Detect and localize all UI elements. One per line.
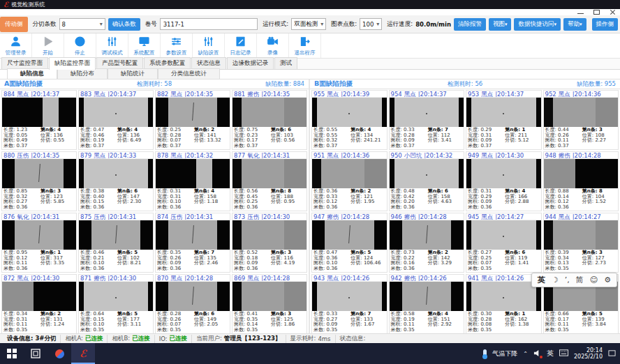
defect-image[interactable] xyxy=(312,220,387,250)
toolbar-button-sliders-v[interactable]: 缺陷设置 xyxy=(193,33,225,58)
toolbar-button-stop[interactable]: 停止 xyxy=(64,33,96,58)
language-indicator[interactable]: 英 xyxy=(547,349,554,358)
view-menu-button[interactable]: 视图 xyxy=(489,18,512,31)
notification-center-icon[interactable] xyxy=(608,349,616,358)
help-menu-button[interactable]: 帮助 xyxy=(563,18,586,31)
defect-cell[interactable]: 948擦伤|20:14:28长度: 0.88宽度: 0.14面积: 0.12米数… xyxy=(543,151,619,211)
defect-cell[interactable]: 944黑点|20:14:27长度: 0.39宽度: 0.34面积: 0.13米数… xyxy=(543,213,619,273)
hidden-icons-chevron-icon[interactable]: ⌃ xyxy=(523,351,528,357)
ime-simplified-toggle[interactable]: 简 xyxy=(576,275,584,285)
defect-cell[interactable]: 883黑点|20:14:37长度: 0.47宽度: 0.46面积: 0.19米数… xyxy=(78,90,154,150)
defect-cell[interactable]: 874压伤|20:14:31长度: 0.35宽度: 0.26面积: 0.09米数… xyxy=(155,213,230,273)
defect-image[interactable] xyxy=(156,159,230,188)
defect-image[interactable] xyxy=(466,98,541,127)
defect-image[interactable] xyxy=(232,220,307,250)
defect-image[interactable] xyxy=(466,282,541,311)
toolbar-button-exit[interactable]: 退出程序 xyxy=(289,33,321,58)
defect-cell[interactable]: 953黑点|20:14:37长度: 0.29宽度: 0.31面积: 0.09米数… xyxy=(466,90,542,150)
defect-image[interactable] xyxy=(466,220,541,250)
drive-side-button[interactable]: 传动侧 xyxy=(0,17,28,32)
defect-image[interactable] xyxy=(390,159,464,188)
main-tab-1[interactable]: 缺陷监控界面 xyxy=(49,57,96,70)
defect-image[interactable] xyxy=(232,98,307,127)
defect-image[interactable] xyxy=(79,159,153,188)
taskbar-clock[interactable]: 20:14 2025/2/10 xyxy=(574,347,603,360)
toolbar-button-play[interactable]: 开始 xyxy=(32,33,64,58)
toolbar-button-camera[interactable]: 录像 xyxy=(257,33,289,58)
toolbar-button-log[interactable]: 日志记录 xyxy=(225,33,257,58)
defect-cell[interactable]: 943黑点|20:14:26长度: 0.33宽度: 0.27面积: 0.09米数… xyxy=(311,274,388,333)
defect-cell[interactable]: 881擦伤|20:14:35长度: 0.75宽度: 0.23面积: 0.17米数… xyxy=(232,90,307,150)
confirm-strips-button[interactable]: 确认条数 xyxy=(108,18,140,31)
defect-image[interactable] xyxy=(79,282,153,311)
defect-cell[interactable]: 876氧化|20:14:31长度: 0.95宽度: 0.12面积: 0.11米数… xyxy=(1,213,77,273)
browser-app-icon[interactable] xyxy=(47,343,71,364)
defect-image[interactable] xyxy=(232,282,307,311)
main-tab-2[interactable]: 产品型号配置 xyxy=(96,57,143,69)
task-view-icon[interactable] xyxy=(24,343,47,364)
defect-cell[interactable]: 941黑点|20:14:26长度: 0.30宽度: 0.28面积: 0.08米数… xyxy=(466,274,542,333)
defect-cell[interactable]: 950小凹坑|20:14:32长度: 0.48宽度: 0.42面积: 0.20米… xyxy=(389,151,465,211)
defect-image[interactable] xyxy=(312,282,387,311)
defect-image[interactable] xyxy=(312,98,387,127)
sub-tab-2[interactable]: 缺陷统计 xyxy=(108,68,158,79)
defect-image[interactable] xyxy=(2,98,76,127)
defect-image[interactable] xyxy=(156,220,230,250)
defect-cell[interactable]: 877氧化|20:14:31长度: 0.56宽度: 0.45面积: 0.25米数… xyxy=(232,151,307,211)
defect-cell[interactable]: 875压伤|20:14:31长度: 0.46宽度: 0.21面积: 0.10米数… xyxy=(78,213,154,273)
defect-cell[interactable]: 871擦伤|20:14:30长度: 0.64宽度: 0.15面积: 0.10米数… xyxy=(78,274,154,333)
ime-settings-gear-icon[interactable]: ⚙ xyxy=(604,275,611,285)
defect-cell[interactable]: 884黑点|20:14:37长度: 1.23宽度: 0.05面积: 0.49米数… xyxy=(1,90,77,150)
defect-cell[interactable]: 882黑点|20:14:35长度: 0.25宽度: 0.28面积: 0.07米数… xyxy=(155,90,230,150)
clear-alarm-button[interactable]: 清除报警 xyxy=(454,18,486,31)
defect-cell[interactable]: 949黑点|20:14:30长度: 0.31宽度: 0.29面积: 0.09米数… xyxy=(466,151,542,211)
sub-tab-0[interactable]: 缺陷信息 xyxy=(7,68,57,79)
ime-lang-toggle[interactable]: 英 xyxy=(538,275,545,285)
roll-number-input[interactable]: 3117-1 xyxy=(160,18,258,30)
toolbar-button-sliders-v[interactable]: 调试模式 xyxy=(96,33,128,58)
main-tab-0[interactable]: 尺寸监控界面 xyxy=(1,57,48,69)
defect-image[interactable] xyxy=(390,220,464,250)
defect-cell[interactable]: 951黑点|20:14:36长度: 0.36宽度: 0.33面积: 0.12米数… xyxy=(311,151,388,211)
defect-cell[interactable]: 873压伤|20:14:30长度: 0.52宽度: 0.18面积: 0.09米数… xyxy=(232,213,307,273)
defect-image[interactable] xyxy=(390,282,464,311)
touch-keyboard-icon[interactable] xyxy=(559,349,568,358)
defect-cell[interactable]: 872黑点|20:14:30长度: 0.34宽度: 0.31面积: 0.11米数… xyxy=(1,274,77,333)
defect-cell[interactable]: 869黑点|20:14:28长度: 0.41宽度: 0.35面积: 0.14米数… xyxy=(232,274,307,333)
strips-select[interactable]: 8 xyxy=(59,18,105,30)
defect-image[interactable] xyxy=(312,159,387,188)
quick-data-menu-button[interactable]: 数据快捷访问 xyxy=(514,18,561,31)
defect-image[interactable] xyxy=(79,98,153,127)
defect-cell[interactable]: 947擦伤|20:14:28长度: 0.47宽度: 0.36面积: 0.10米数… xyxy=(311,213,388,273)
start-button-icon[interactable] xyxy=(0,343,24,364)
defect-cell[interactable]: 945黑点|20:14:27长度: 0.27宽度: 0.25面积: 0.07米数… xyxy=(466,213,542,273)
defect-cell[interactable]: 952黑点|20:14:36长度: 0.44宽度: 0.26面积: 0.11米数… xyxy=(543,90,619,150)
ime-emoji-icon[interactable]: ☺ xyxy=(590,275,598,285)
sub-tab-3[interactable]: 分类信息统计 xyxy=(158,68,220,79)
defect-cell[interactable]: 955黑点|20:14:39长度: 0.55宽度: 0.55面积: 0.32米数… xyxy=(311,90,388,150)
defect-cell[interactable]: 880压伤|20:14:35长度: 0.85宽度: 0.32面积: 0.27米数… xyxy=(1,151,77,211)
main-tab-5[interactable]: 边缘数据记录 xyxy=(227,57,274,69)
main-tab-3[interactable]: 系统参数配置 xyxy=(144,57,191,69)
toolbar-button-sliders-h[interactable]: 参数设置 xyxy=(161,33,193,58)
close-button-icon[interactable] xyxy=(610,10,616,15)
defect-image[interactable] xyxy=(156,98,230,127)
defect-image[interactable] xyxy=(544,98,619,127)
toolbar-button-user[interactable]: 管理登录 xyxy=(0,33,32,58)
toolbar-button-monitor[interactable]: 系统配置 xyxy=(128,33,161,58)
defect-image[interactable] xyxy=(544,159,619,188)
main-tab-6[interactable]: 测试 xyxy=(274,57,297,69)
ime-moon-icon[interactable]: ☽ xyxy=(552,275,559,285)
defect-image[interactable] xyxy=(156,282,230,311)
defect-cell[interactable]: 942擦伤|20:14:26长度: 0.58宽度: 0.19面积: 0.11米数… xyxy=(389,274,465,333)
defect-cell[interactable]: 946擦伤|20:14:28长度: 0.73宽度: 0.22面积: 0.16米数… xyxy=(389,213,465,273)
run-mode-select[interactable]: 双面检测 xyxy=(291,18,326,30)
ime-punct-icon[interactable]: ’, xyxy=(565,275,570,285)
minimize-button-icon[interactable] xyxy=(577,10,584,15)
chart-points-select[interactable]: 100 xyxy=(360,18,382,30)
volume-muted-icon[interactable] xyxy=(533,349,541,358)
defect-cell[interactable]: 878黑点|20:14:32长度: 0.31宽度: 0.31面积: 0.10米数… xyxy=(155,151,230,211)
defect-cell[interactable]: 879黑点|20:14:33长度: 0.38宽度: 0.40面积: 0.15米数… xyxy=(78,151,154,211)
defect-image[interactable] xyxy=(232,159,307,188)
maximize-button-icon[interactable] xyxy=(593,10,600,15)
